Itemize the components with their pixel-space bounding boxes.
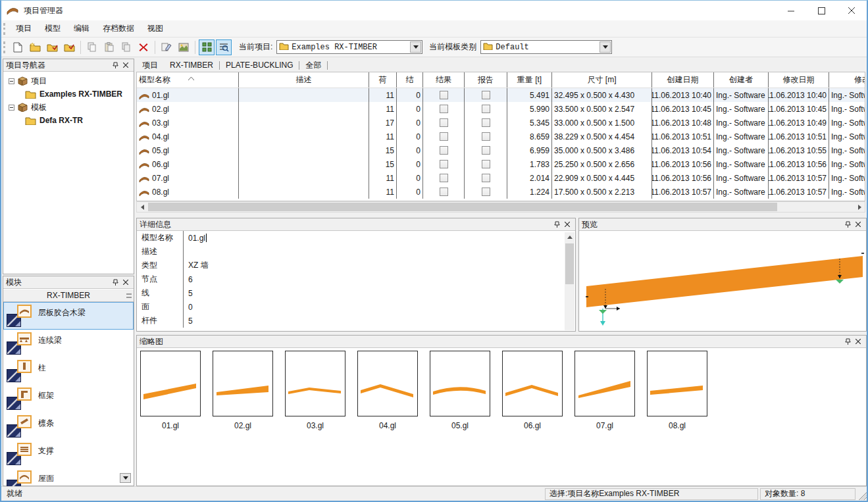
menu-archive-data[interactable]: 存档数据: [96, 21, 141, 36]
preview-beam-canvas[interactable]: [579, 231, 866, 330]
rename-button[interactable]: [159, 39, 174, 55]
scroll-left-button[interactable]: [137, 202, 147, 212]
detail-value[interactable]: 5: [183, 286, 575, 300]
column-header-description[interactable]: 描述: [239, 72, 369, 88]
column-header-name[interactable]: 模型名称: [137, 72, 239, 88]
detail-value[interactable]: 6: [183, 272, 575, 286]
close-icon[interactable]: [120, 61, 131, 70]
module-continuous-beam[interactable]: 连续梁: [3, 330, 134, 357]
table-row[interactable]: 07.gl 11 0 2.014 22.909 x 0.500 x 4.445 …: [137, 171, 865, 185]
scrollbar-thumb[interactable]: [148, 203, 777, 211]
table-horizontal-scrollbar[interactable]: [136, 201, 865, 213]
scrollbar-thumb[interactable]: [565, 243, 574, 284]
scroll-right-button[interactable]: [854, 202, 865, 212]
module-glulam-beam[interactable]: 层板胶合木梁: [3, 302, 134, 330]
chevron-down-icon[interactable]: [410, 41, 421, 53]
tab-rx-timber[interactable]: RX-TIMBER: [164, 59, 219, 71]
results-checkbox[interactable]: [440, 91, 448, 99]
report-checkbox[interactable]: [482, 91, 490, 99]
thumbnail-07[interactable]: 07.gl: [574, 351, 647, 430]
detail-value[interactable]: [183, 245, 575, 259]
table-row[interactable]: 03.gl 17 0 5.345 33.000 x 0.500 x 1.500 …: [137, 116, 865, 130]
module-bracing[interactable]: 支撑: [3, 440, 134, 468]
column-header-modifier[interactable]: 修改者: [829, 72, 865, 88]
tree-node-default-template[interactable]: Defa RX-TR: [5, 114, 132, 127]
connect-project-button[interactable]: [61, 39, 77, 55]
column-header-modified[interactable]: 修改日期: [769, 72, 829, 88]
close-icon[interactable]: [853, 220, 863, 229]
column-header-creator[interactable]: 创建者: [714, 72, 769, 88]
table-row[interactable]: 06.gl 15 0 1.783 25.250 x 0.500 x 2.656 …: [137, 157, 865, 171]
column-header-created[interactable]: 创建日期: [652, 72, 714, 88]
close-icon[interactable]: [562, 220, 573, 229]
thumbnail-08[interactable]: 08.gl: [647, 351, 719, 430]
results-checkbox[interactable]: [440, 105, 448, 113]
module-purlin[interactable]: 檩条: [3, 413, 134, 440]
copy-button[interactable]: [84, 39, 100, 55]
pin-icon[interactable]: [551, 220, 562, 229]
module-column[interactable]: 柱: [3, 357, 134, 385]
detail-value[interactable]: 5: [183, 314, 575, 328]
minimize-button[interactable]: [776, 1, 806, 20]
new-project-button[interactable]: [27, 39, 43, 55]
tab-project[interactable]: 项目: [136, 59, 164, 72]
column-header-report[interactable]: 报告: [465, 72, 507, 88]
maximize-button[interactable]: [806, 1, 836, 20]
report-checkbox[interactable]: [482, 118, 490, 127]
thumbnail-01[interactable]: 01.gl: [140, 351, 213, 430]
column-header-loadcases[interactable]: 荷: [369, 72, 397, 88]
template-category-combo[interactable]: Default: [480, 40, 612, 54]
column-header-results[interactable]: 结果: [423, 72, 465, 88]
thumbnail-03[interactable]: 03.gl: [285, 351, 357, 430]
pin-icon[interactable]: [110, 278, 120, 287]
tree-node-examples-rx-timber[interactable]: Examples RX-TIMBER: [5, 88, 132, 101]
thumbnail-view-toggle[interactable]: [199, 39, 215, 55]
new-model-button[interactable]: [10, 39, 26, 55]
tree-node-projects[interactable]: 项目: [5, 74, 132, 88]
duplicate-button[interactable]: [118, 39, 134, 55]
menu-project[interactable]: 项目: [9, 21, 38, 36]
current-project-combo[interactable]: Examples RX-TIMBER: [276, 40, 422, 54]
details-view-toggle[interactable]: [216, 39, 232, 55]
properties-button[interactable]: [176, 39, 191, 55]
module-frame[interactable]: 框架: [3, 385, 134, 413]
detail-value[interactable]: 01.gl: [188, 234, 205, 243]
scroll-down-button[interactable]: [120, 473, 131, 483]
table-row[interactable]: 04.gl 11 0 8.659 38.229 x 0.500 x 4.454 …: [137, 130, 865, 143]
chevron-down-icon[interactable]: [600, 41, 611, 53]
tree-node-templates[interactable]: 模板: [5, 101, 132, 114]
column-header-size[interactable]: 尺寸 [m]: [552, 72, 652, 88]
thumbnail-04[interactable]: 04.gl: [357, 351, 430, 430]
table-row[interactable]: 01.gl 11 0 5.491 32.495 x 0.500 x 4.430 …: [137, 88, 865, 102]
report-checkbox[interactable]: [482, 132, 490, 141]
results-checkbox[interactable]: [440, 146, 448, 155]
thumbnail-02[interactable]: 02.gl: [213, 351, 285, 430]
results-checkbox[interactable]: [440, 160, 448, 168]
collapse-icon[interactable]: [9, 78, 14, 84]
table-row[interactable]: 02.gl 11 0 5.990 33.500 x 0.500 x 2.547 …: [137, 102, 865, 116]
collapse-icon[interactable]: [9, 105, 14, 111]
module-group-header[interactable]: RX-TIMBER: [3, 289, 134, 302]
report-checkbox[interactable]: [482, 105, 490, 113]
paste-button[interactable]: [101, 39, 117, 55]
delete-button[interactable]: [136, 39, 151, 55]
scroll-up-button[interactable]: [565, 232, 574, 242]
results-checkbox[interactable]: [440, 188, 448, 196]
report-checkbox[interactable]: [482, 160, 490, 168]
column-header-weight[interactable]: 重量 [t]: [507, 72, 552, 88]
details-vertical-scrollbar[interactable]: [565, 232, 574, 330]
report-checkbox[interactable]: [482, 188, 490, 196]
detail-value[interactable]: 0: [183, 300, 575, 314]
detail-value[interactable]: XZ 墙: [183, 259, 575, 272]
report-checkbox[interactable]: [482, 174, 490, 182]
results-checkbox[interactable]: [440, 132, 448, 141]
tab-all[interactable]: 全部: [299, 59, 327, 72]
open-project-button[interactable]: [44, 39, 60, 55]
menu-edit[interactable]: 编辑: [67, 21, 96, 36]
results-checkbox[interactable]: [440, 174, 448, 182]
close-icon[interactable]: [853, 337, 863, 346]
menu-view[interactable]: 视图: [141, 21, 170, 36]
table-row[interactable]: 05.gl 15 0 6.959 35.000 x 0.500 x 3.486 …: [137, 143, 865, 157]
resize-grip[interactable]: [857, 488, 867, 500]
column-header-combinations[interactable]: 结: [397, 72, 423, 88]
